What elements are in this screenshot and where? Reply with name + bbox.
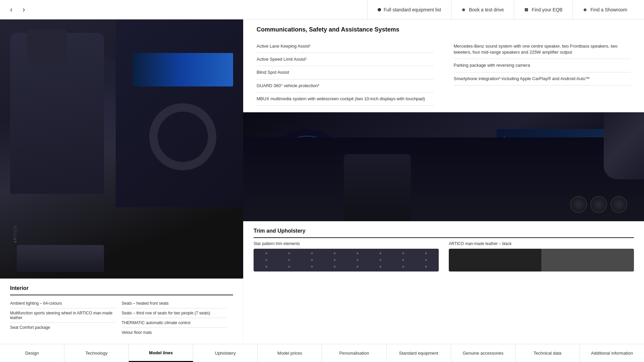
- comm-right-item-3: Smartphone integration³ including Apple …: [454, 72, 631, 85]
- interior-col-2: Seats – heated front seats Seats – third…: [122, 299, 233, 337]
- location-icon: ●: [583, 6, 587, 13]
- nav-technical-data[interactable]: Technical data: [516, 344, 580, 362]
- trim-grid: Star pattern trim elements ✦ ✦ ✦ ✦ ✦ ✦ ✦…: [254, 241, 634, 272]
- trim-panel: Trim and Upholstery Star pattern trim el…: [243, 221, 644, 344]
- comm-title: Communications, Safety and Assistance Sy…: [257, 26, 631, 33]
- leather-item: ARTICO man-made leather – black: [449, 241, 634, 272]
- showroom-label: Find a Showroom: [590, 7, 627, 12]
- center-console: [344, 154, 411, 221]
- interior-col-1: Ambient lighting – 64-colours Multifunct…: [10, 299, 122, 337]
- star-24: ✦: [415, 264, 437, 269]
- star-9: ✦: [256, 258, 277, 262]
- comm-left-item-2: Active Speed Limit Assist¹: [257, 53, 434, 66]
- dot-icon: [378, 8, 381, 11]
- nav-design[interactable]: Design: [0, 344, 64, 362]
- star-pattern-item: Star pattern trim elements ✦ ✦ ✦ ✦ ✦ ✦ ✦…: [254, 241, 439, 272]
- bottom-navigation: Design Technology Model lines Upholstery…: [0, 344, 644, 362]
- star-10: ✦: [278, 258, 300, 262]
- star-16: ✦: [415, 258, 437, 262]
- comm-col-right: Mercedes-Benz sound system with one cent…: [454, 40, 631, 106]
- star-15: ✦: [392, 258, 414, 262]
- car-icon: ■: [524, 6, 528, 13]
- nav-additional-information[interactable]: Additional information: [580, 344, 644, 362]
- next-arrow[interactable]: ›: [19, 4, 28, 16]
- leather-background: [449, 249, 634, 272]
- test-drive-label: Book a test drive: [469, 7, 504, 12]
- interior-item-6: THERMATIC automatic climate control: [122, 318, 227, 328]
- find-eqb-nav[interactable]: ■ Find your EQB: [514, 0, 573, 19]
- prev-arrow[interactable]: ‹: [7, 4, 16, 16]
- interior-item-7: Velour floor mats: [122, 328, 227, 337]
- comm-left-item-3: Blind Spot Assist: [257, 66, 434, 79]
- steering-wheel-icon: ●: [462, 6, 466, 13]
- star-8: ✦: [415, 251, 437, 256]
- interior-item-2: Multifunction sports steering wheel in A…: [10, 308, 115, 323]
- nav-technology[interactable]: Technology: [64, 344, 129, 362]
- interior-image-right: ✦ ● ■: [243, 112, 644, 222]
- star-14: ✦: [370, 258, 391, 262]
- nav-model-lines[interactable]: Model lines: [129, 344, 193, 362]
- interior-image-left: ARTICO: [0, 19, 243, 279]
- vent-1: [570, 196, 587, 213]
- steering-wheel-hint: [149, 103, 216, 170]
- find-eqb-label: Find your EQB: [532, 7, 562, 12]
- comm-left-item-4: GUARD 360° vehicle protection²: [257, 79, 434, 93]
- left-column: ARTICO Interior Ambient lighting – 64-co…: [0, 19, 243, 344]
- interior-item-1: Ambient lighting – 64-colours: [10, 299, 115, 308]
- star-20: ✦: [324, 264, 345, 269]
- comm-right-item-1: Mercedes-Benz sound system with one cent…: [454, 40, 631, 59]
- star-3: ✦: [301, 251, 323, 256]
- star-12: ✦: [324, 258, 345, 262]
- vent-2: [590, 196, 607, 213]
- top-navigation: ‹ › Full standard equipment list ● Book …: [0, 0, 644, 19]
- interior-item-5: Seats – third row of seats for two peopl…: [122, 308, 227, 318]
- vent-3: [610, 196, 627, 213]
- star-5: ✦: [347, 251, 368, 256]
- comm-list-left: Active Lane Keeping Assist¹ Active Speed…: [257, 40, 434, 106]
- comm-cols: Active Lane Keeping Assist¹ Active Speed…: [257, 40, 631, 106]
- nav-personalisation[interactable]: Personalisation: [322, 344, 386, 362]
- star-21: ✦: [347, 264, 368, 269]
- nav-standard-equipment[interactable]: Standard equipment: [387, 344, 451, 362]
- artico-label: ARTICO: [13, 225, 17, 243]
- leather-light-panel: [541, 249, 634, 272]
- star-pattern-swatch: ✦ ✦ ✦ ✦ ✦ ✦ ✦ ✦ ✦ ✦ ✦ ✦ ✦: [254, 249, 439, 272]
- seat-base: [17, 245, 104, 272]
- star-19: ✦: [301, 264, 323, 269]
- star-22: ✦: [370, 264, 391, 269]
- test-drive-nav[interactable]: ● Book a test drive: [451, 0, 514, 19]
- comm-left-item-1: Active Lane Keeping Assist¹: [257, 40, 434, 53]
- star-13: ✦: [347, 258, 368, 262]
- leather-dark-panel: [449, 249, 541, 272]
- comm-right-item-2: Parking package with reversing camera: [454, 59, 631, 72]
- showroom-nav[interactable]: ● Find a Showroom: [573, 0, 637, 19]
- star-2: ✦: [278, 251, 300, 256]
- interior-list: Ambient lighting – 64-colours Multifunct…: [10, 299, 233, 337]
- star-23: ✦: [392, 264, 414, 269]
- star-4: ✦: [324, 251, 345, 256]
- interior-canvas-right: ✦ ● ■: [243, 112, 644, 222]
- comm-col-left: Active Lane Keeping Assist¹ Active Speed…: [257, 40, 434, 106]
- nav-genuine-accessories[interactable]: Genuine accessories: [451, 344, 516, 362]
- interior-item-3: Seat Comfort package: [10, 323, 115, 332]
- side-mirror: [604, 112, 644, 179]
- interior-panel-title: Interior: [10, 285, 233, 295]
- nav-upholstery[interactable]: Upholstery: [193, 344, 258, 362]
- comm-section: Communications, Safety and Assistance Sy…: [243, 19, 644, 112]
- vents-area: [570, 196, 627, 213]
- nav-model-prices[interactable]: Model prices: [258, 344, 322, 362]
- star-1: ✦: [256, 251, 277, 256]
- star-7: ✦: [392, 251, 414, 256]
- star-17: ✦: [256, 264, 277, 269]
- screen: [132, 53, 233, 86]
- leather-swatch: [449, 249, 634, 272]
- star-11: ✦: [301, 258, 323, 262]
- interior-features-panel: Interior Ambient lighting – 64-colours M…: [0, 279, 243, 344]
- full-equipment-list-nav[interactable]: Full standard equipment list: [367, 0, 451, 19]
- headrest: [27, 29, 67, 63]
- star-pattern-label: Star pattern trim elements: [254, 241, 439, 246]
- right-column: Communications, Safety and Assistance Sy…: [243, 19, 644, 344]
- leather-label: ARTICO man-made leather – black: [449, 241, 634, 246]
- stars-background: ✦ ✦ ✦ ✦ ✦ ✦ ✦ ✦ ✦ ✦ ✦ ✦ ✦: [254, 249, 439, 272]
- comm-left-item-5: MBUX multimedia system with widescreen c…: [257, 93, 434, 106]
